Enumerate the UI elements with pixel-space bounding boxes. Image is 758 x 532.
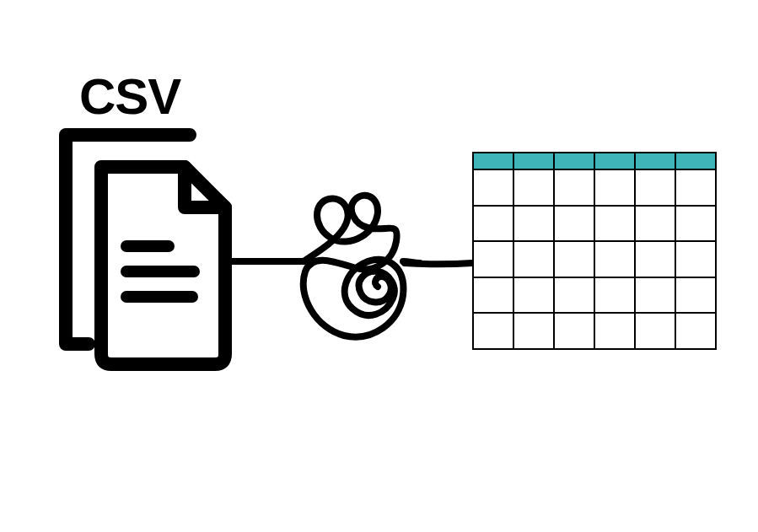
table-cell: [553, 170, 594, 205]
table-cell: [553, 207, 594, 241]
table-cell: [675, 207, 715, 241]
table-header-row: [474, 153, 715, 170]
table-cell: [513, 242, 553, 277]
table-cell: [513, 314, 553, 348]
table-cell: [474, 242, 513, 277]
table-cell: [553, 242, 594, 277]
diagram-stage: CSV: [0, 0, 758, 532]
table-cell: [553, 314, 594, 348]
table-cell: [675, 278, 715, 313]
table-header-cell: [634, 153, 675, 170]
table-body: [474, 170, 715, 348]
table-cell: [634, 242, 675, 277]
table-cell: [474, 314, 513, 348]
table-header-cell: [513, 153, 553, 170]
table-cell: [474, 170, 513, 205]
scribble-knot-icon: [304, 196, 420, 337]
table-cell: [675, 170, 715, 205]
table-header-cell: [675, 153, 715, 170]
table-cell: [594, 242, 634, 277]
table-header-cell: [553, 153, 594, 170]
table-grid-icon: [472, 152, 717, 350]
table-cell: [675, 242, 715, 277]
table-cell: [474, 278, 513, 313]
table-row: [474, 240, 715, 277]
table-cell: [634, 170, 675, 205]
table-cell: [594, 207, 634, 241]
table-cell: [513, 207, 553, 241]
table-cell: [675, 314, 715, 348]
table-cell: [634, 278, 675, 313]
table-cell: [513, 170, 553, 205]
table-header-cell: [594, 153, 634, 170]
table-cell: [594, 314, 634, 348]
table-cell: [594, 278, 634, 313]
table-cell: [513, 278, 553, 313]
table-cell: [634, 207, 675, 241]
table-cell: [594, 170, 634, 205]
table-header-cell: [474, 153, 513, 170]
table-row: [474, 312, 715, 348]
table-cell: [634, 314, 675, 348]
table-cell: [474, 207, 513, 241]
table-row: [474, 277, 715, 313]
table-row: [474, 170, 715, 205]
table-cell: [553, 278, 594, 313]
table-row: [474, 205, 715, 241]
